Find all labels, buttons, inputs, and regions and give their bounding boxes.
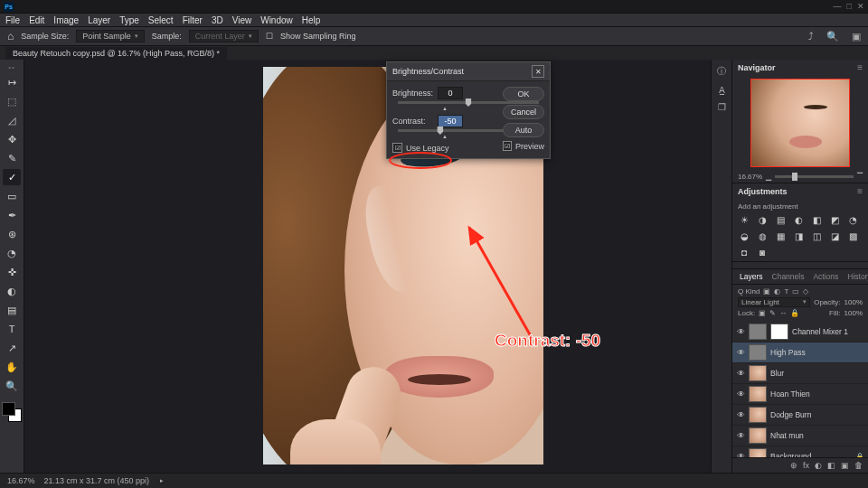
menu-image[interactable]: Image [53, 15, 79, 25]
filter-smart-icon[interactable]: ◇ [803, 287, 808, 296]
link-layers-icon[interactable]: ⊕ [790, 461, 797, 470]
layer-thumbnail[interactable] [749, 427, 767, 444]
layer-name[interactable]: Nhat mun [770, 431, 864, 440]
sample-size-dropdown[interactable]: Point Sample▾ [76, 30, 145, 42]
lock-pos-icon[interactable]: ↔ [779, 309, 787, 317]
layer-row[interactable]: 👁Blur [732, 363, 868, 384]
layer-thumbnail[interactable] [749, 344, 767, 361]
tool-move[interactable]: ↦ [3, 74, 21, 90]
layer-visibility-icon[interactable]: 👁 [736, 327, 745, 336]
new-layer-icon[interactable]: ▣ [841, 461, 849, 470]
layer-thumbnail[interactable] [749, 324, 767, 340]
filter-pixel-icon[interactable]: ▣ [763, 287, 770, 296]
tool-lasso[interactable]: ◿ [3, 112, 21, 128]
adj-lookup-icon[interactable]: ◨ [792, 230, 805, 241]
layer-name[interactable]: Hoan Thien [770, 389, 864, 399]
layer-thumbnail[interactable] [749, 407, 767, 423]
libraries-panel-icon[interactable]: ❐ [718, 102, 726, 112]
brightness-value[interactable]: 0 [438, 87, 463, 99]
fill-value[interactable]: 100% [844, 309, 863, 317]
adj-brightness-icon[interactable]: ☀ [738, 214, 750, 225]
delete-layer-icon[interactable]: 🗑 [854, 461, 863, 470]
layer-visibility-icon[interactable]: 👁 [736, 431, 745, 440]
tools-grip[interactable]: •• [8, 63, 15, 71]
tool-frame[interactable]: ▭ [3, 188, 21, 204]
tool-path[interactable]: ↗ [3, 340, 21, 356]
navigator-menu-icon[interactable]: ≡ [857, 62, 863, 72]
fx-icon[interactable]: fx [803, 461, 809, 470]
adj-thresh-icon[interactable]: ▩ [846, 230, 859, 241]
foreground-swatch[interactable] [2, 402, 15, 416]
frame-icon[interactable]: ▣ [852, 31, 861, 42]
adj-bw-icon[interactable]: ◒ [738, 230, 750, 241]
window-close[interactable]: ✕ [857, 2, 864, 11]
layer-row[interactable]: 👁Channel Mixer 1 [732, 322, 868, 343]
layer-visibility-icon[interactable]: 👁 [736, 410, 745, 419]
search-icon[interactable]: 🔍 [826, 31, 839, 42]
zoom-in-icon[interactable]: ▔ [857, 173, 863, 181]
tool-eraser[interactable]: ◔ [3, 245, 21, 261]
zoom-out-icon[interactable]: ▁ [766, 173, 771, 181]
adjustment-layer-icon[interactable]: ◧ [827, 461, 835, 470]
navigator-zoom-value[interactable]: 16.67% [738, 173, 762, 181]
status-info[interactable]: 21.13 cm x 31.7 cm (450 ppi) [44, 476, 150, 485]
tool-gradient[interactable]: ✜ [3, 264, 21, 280]
layer-row[interactable]: 👁Dodge Burn [732, 405, 868, 426]
filter-shape-icon[interactable]: ▭ [792, 287, 799, 296]
ok-button[interactable]: OK [503, 87, 544, 101]
layer-thumbnail[interactable] [749, 448, 767, 457]
window-minimize[interactable]: — [834, 2, 842, 11]
lock-all-icon[interactable]: 🔒 [790, 309, 799, 317]
tool-type[interactable]: T [3, 321, 21, 337]
share-icon[interactable]: ⤴ [808, 31, 814, 42]
layer-name[interactable]: Blur [770, 369, 864, 378]
use-legacy-checkbox[interactable]: ☑ [392, 143, 402, 153]
menu-edit[interactable]: Edit [29, 15, 44, 25]
layer-visibility-icon[interactable]: 👁 [736, 452, 745, 457]
layer-thumbnail[interactable] [749, 386, 767, 402]
menu-help[interactable]: Help [302, 15, 321, 25]
color-swatches[interactable] [2, 402, 22, 422]
tab-channels[interactable]: Channels [769, 271, 808, 282]
character-panel-icon[interactable]: A̲ [719, 85, 725, 95]
adj-selcol-icon[interactable]: ◙ [756, 247, 769, 258]
adj-photo-icon[interactable]: ◍ [756, 230, 769, 241]
adj-hue-icon[interactable]: ◩ [828, 214, 841, 225]
layer-row[interactable]: 👁High Pass [732, 343, 868, 363]
layer-thumbnail[interactable] [749, 365, 767, 381]
adj-chmix-icon[interactable]: ▦ [774, 230, 787, 241]
adj-invert-icon[interactable]: ◫ [810, 230, 823, 241]
layer-visibility-icon[interactable]: 👁 [736, 348, 745, 357]
contrast-value[interactable]: -50 [438, 115, 463, 127]
adj-gradmap-icon[interactable]: ◘ [738, 247, 750, 258]
layer-row[interactable]: 👁Nhat mun [732, 426, 868, 446]
adj-poster-icon[interactable]: ◪ [828, 230, 841, 241]
tool-brush[interactable]: ✒ [3, 207, 21, 223]
menu-layer[interactable]: Layer [88, 15, 110, 25]
dialog-titlebar[interactable]: Brightness/Contrast ✕ [387, 62, 550, 81]
layer-visibility-icon[interactable]: 👁 [736, 369, 745, 378]
menu-file[interactable]: File [5, 15, 20, 25]
mask-icon[interactable]: ◐ [815, 461, 822, 470]
info-panel-icon[interactable]: ⓘ [717, 65, 726, 78]
layer-visibility-icon[interactable]: 👁 [736, 389, 745, 399]
status-zoom[interactable]: 16.67% [7, 476, 35, 485]
layer-name[interactable]: Channel Mixer 1 [792, 327, 864, 336]
layer-name[interactable]: High Pass [770, 348, 864, 357]
menu-type[interactable]: Type [119, 15, 139, 25]
layer-mask-thumbnail[interactable] [770, 324, 788, 340]
adjustments-menu-icon[interactable]: ≡ [857, 186, 863, 196]
tool-stamp[interactable]: ⊛ [3, 226, 21, 242]
lock-pixels-icon[interactable]: ✎ [769, 309, 776, 317]
tab-history[interactable]: History [844, 271, 868, 282]
status-caret-icon[interactable]: ▸ [160, 477, 164, 484]
preview-checkbox[interactable]: ☑ [503, 141, 512, 151]
show-ring-checkbox[interactable]: ☐ [266, 32, 273, 41]
blend-mode-dropdown[interactable]: Linear Light▾ [738, 297, 810, 307]
tool-hand[interactable]: ✋ [3, 359, 21, 375]
adj-curves-icon[interactable]: ▤ [774, 214, 787, 225]
adj-exposure-icon[interactable]: ◐ [792, 214, 805, 225]
document-tab[interactable]: Beauty Retouch copy.psd @ 16.7% (High Pa… [5, 47, 227, 60]
lock-trans-icon[interactable]: ▣ [759, 309, 766, 317]
window-maximize[interactable]: □ [847, 2, 852, 11]
